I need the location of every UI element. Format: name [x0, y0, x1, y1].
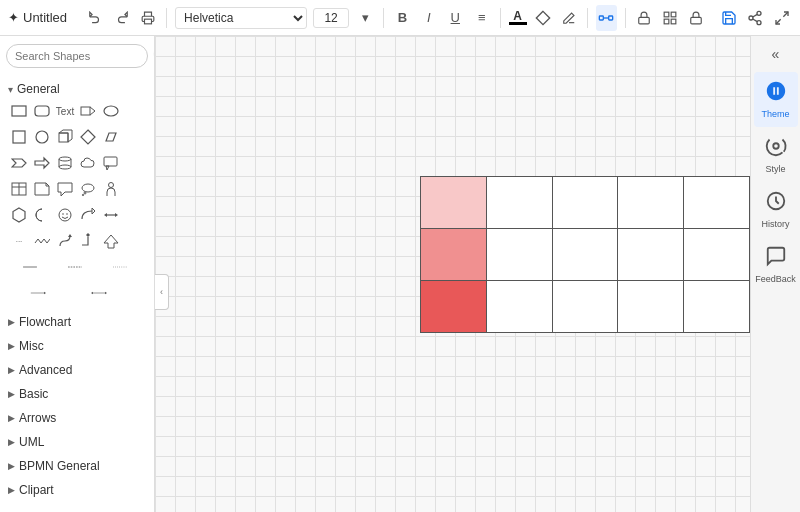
undo-button[interactable]: [85, 5, 105, 31]
sidebar-item-uml[interactable]: ▶ UML: [0, 430, 154, 454]
share-button[interactable]: [745, 5, 765, 31]
sidebar-item-bpmn[interactable]: ▶ BPMN General: [0, 454, 154, 478]
table-cell-1-4[interactable]: [684, 229, 750, 281]
shape-thought[interactable]: [77, 178, 99, 200]
shape-ellipse[interactable]: [100, 100, 122, 122]
shape-diamond[interactable]: [77, 126, 99, 148]
table-cell-2-4[interactable]: [684, 281, 750, 333]
sidebar-item-arrows[interactable]: ▶ Arrows: [0, 406, 154, 430]
right-sidebar: « Theme Style History FeedBack: [750, 36, 800, 512]
sidebar-item-clipart[interactable]: ▶ Clipart: [0, 478, 154, 502]
table-cell-0-4[interactable]: [684, 177, 750, 229]
table-cell-1-0[interactable]: [421, 229, 487, 281]
shape-solid-line[interactable]: [8, 256, 52, 278]
table-cell-2-2[interactable]: [552, 281, 618, 333]
lock-button[interactable]: [633, 5, 653, 31]
shape-bent-arrow[interactable]: [77, 230, 99, 252]
table-cell-0-1[interactable]: [486, 177, 552, 229]
shape-cloud[interactable]: [77, 152, 99, 174]
save-button[interactable]: [719, 5, 739, 31]
shape-hexagon[interactable]: [8, 204, 30, 226]
table-cell-2-0[interactable]: [421, 281, 487, 333]
table-cell-1-1[interactable]: [486, 229, 552, 281]
table-cell-0-3[interactable]: [618, 177, 684, 229]
table-cell-1-2[interactable]: [552, 229, 618, 281]
bold-button[interactable]: B: [392, 5, 412, 31]
font-size-stepper[interactable]: ▾: [355, 5, 375, 31]
shape-box3d[interactable]: [54, 126, 76, 148]
shape-parallelogram[interactable]: [100, 126, 122, 148]
table-cell-2-3[interactable]: [618, 281, 684, 333]
shape-square[interactable]: [8, 126, 30, 148]
svg-line-15: [783, 12, 788, 17]
style-panel-button[interactable]: Style: [754, 127, 798, 182]
table-cell-2-1[interactable]: [486, 281, 552, 333]
shape-rect[interactable]: [8, 100, 30, 122]
shape-dotted-line[interactable]: [98, 256, 142, 278]
sidebar-item-advanced[interactable]: ▶ Advanced: [0, 358, 154, 382]
svg-point-12: [757, 20, 761, 24]
shape-speech[interactable]: [54, 178, 76, 200]
align-button[interactable]: ≡: [471, 5, 491, 31]
divider-3: [500, 8, 501, 28]
print-button[interactable]: [138, 5, 158, 31]
feedback-panel-button[interactable]: FeedBack: [754, 237, 798, 292]
redo-button[interactable]: [111, 5, 131, 31]
history-panel-button[interactable]: History: [754, 182, 798, 237]
diagram-table[interactable]: [420, 176, 750, 333]
shape-arrow-line[interactable]: [8, 282, 68, 304]
shape-s-arrow[interactable]: [54, 230, 76, 252]
shape-table[interactable]: [8, 178, 30, 200]
font-color-button[interactable]: A: [509, 10, 527, 25]
shape-double-arrow-line[interactable]: [69, 282, 129, 304]
sidebar-item-flowchart[interactable]: ▶ Flowchart: [0, 310, 154, 334]
basic-arrow: ▶: [8, 389, 15, 399]
feedback-label: FeedBack: [755, 274, 796, 284]
svg-rect-19: [81, 107, 90, 115]
search-input[interactable]: [15, 50, 153, 62]
sidebar-collapse-button[interactable]: ‹: [155, 274, 169, 310]
italic-button[interactable]: I: [419, 5, 439, 31]
shape-double-arrow[interactable]: [100, 204, 122, 226]
shape-callout[interactable]: [100, 152, 122, 174]
shape-chevron[interactable]: [8, 152, 30, 174]
sidebar-item-misc[interactable]: ▶ Misc: [0, 334, 154, 358]
svg-rect-25: [59, 133, 68, 142]
shape-label[interactable]: [77, 100, 99, 122]
shape-dashed-line[interactable]: [53, 256, 97, 278]
svg-marker-37: [106, 166, 109, 170]
shape-note[interactable]: [31, 178, 53, 200]
table-cell-0-0[interactable]: [421, 177, 487, 229]
table-cell-0-2[interactable]: [552, 177, 618, 229]
shape-cylinder[interactable]: [54, 152, 76, 174]
shape-person[interactable]: [100, 178, 122, 200]
extras-button[interactable]: [771, 5, 791, 31]
shape-rounded-rect[interactable]: [31, 100, 53, 122]
underline-button[interactable]: U: [445, 5, 465, 31]
shape-smiley[interactable]: [54, 204, 76, 226]
font-size-input[interactable]: [313, 8, 349, 28]
shape-curve-arrow[interactable]: [77, 204, 99, 226]
font-select[interactable]: Helvetica Arial Times New Roman: [175, 7, 307, 29]
shape-zigzag[interactable]: [31, 230, 53, 252]
group-button[interactable]: [660, 5, 680, 31]
lock2-button[interactable]: [686, 5, 706, 31]
search-box[interactable]: 🔍: [6, 44, 148, 68]
shape-circle[interactable]: [31, 126, 53, 148]
right-sidebar-collapse-button[interactable]: «: [758, 40, 794, 68]
fill-color-button[interactable]: [533, 5, 553, 31]
shape-text[interactable]: Text: [54, 100, 76, 122]
table-cell-1-3[interactable]: [618, 229, 684, 281]
shape-arrow-right[interactable]: [31, 152, 53, 174]
pen-button[interactable]: [559, 5, 579, 31]
svg-point-22: [104, 106, 118, 116]
canvas-area[interactable]: ‹: [155, 36, 750, 512]
general-header[interactable]: ▾ General: [8, 80, 146, 98]
history-icon: [765, 190, 787, 217]
theme-panel-button[interactable]: Theme: [754, 72, 798, 127]
shape-dots[interactable]: ···: [8, 230, 30, 252]
connection-button[interactable]: [596, 5, 616, 31]
shape-up-arrow[interactable]: [100, 230, 122, 252]
sidebar-item-basic[interactable]: ▶ Basic: [0, 382, 154, 406]
shape-crescent[interactable]: [31, 204, 53, 226]
